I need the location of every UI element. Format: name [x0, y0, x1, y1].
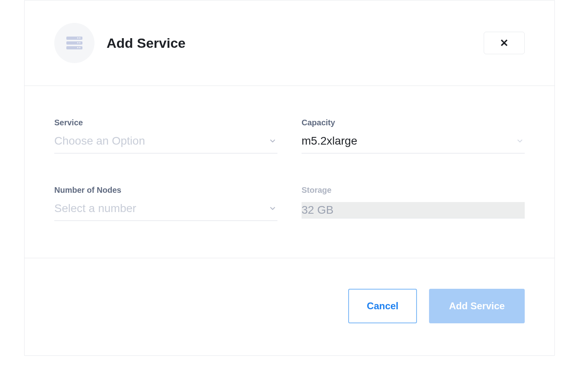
capacity-field: Capacity m5.2xlarge — [302, 118, 525, 153]
add-service-dialog: Add Service ✕ Service Choose an Option C… — [24, 0, 555, 356]
storage-readonly: 32 GB — [302, 202, 525, 218]
add-service-button[interactable]: Add Service — [429, 289, 525, 323]
nodes-field: Number of Nodes Select a number — [54, 186, 277, 221]
capacity-select[interactable]: m5.2xlarge — [302, 135, 525, 153]
chevron-down-icon — [269, 204, 277, 214]
capacity-label: Capacity — [302, 118, 525, 127]
server-icon — [66, 37, 82, 49]
dialog-title: Add Service — [107, 35, 186, 51]
storage-value: 32 GB — [302, 204, 333, 216]
dialog-header: Add Service ✕ — [25, 0, 554, 86]
service-label: Service — [54, 118, 277, 127]
nodes-select-value: Select a number — [54, 202, 136, 214]
chevron-down-icon — [269, 137, 277, 147]
chevron-down-icon — [516, 137, 524, 147]
close-icon: ✕ — [500, 38, 509, 48]
service-field: Service Choose an Option — [54, 118, 277, 153]
storage-field: Storage 32 GB — [302, 186, 525, 221]
server-icon-badge — [54, 23, 94, 63]
service-select[interactable]: Choose an Option — [54, 135, 277, 153]
cancel-button[interactable]: Cancel — [348, 289, 417, 323]
nodes-select[interactable]: Select a number — [54, 202, 277, 221]
dialog-body: Service Choose an Option Capacity m5.2xl… — [25, 86, 554, 258]
nodes-label: Number of Nodes — [54, 186, 277, 195]
close-button[interactable]: ✕ — [484, 32, 525, 54]
capacity-select-value: m5.2xlarge — [302, 135, 357, 147]
service-select-value: Choose an Option — [54, 135, 145, 147]
dialog-footer: Cancel Add Service — [25, 258, 554, 355]
storage-label: Storage — [302, 186, 525, 195]
